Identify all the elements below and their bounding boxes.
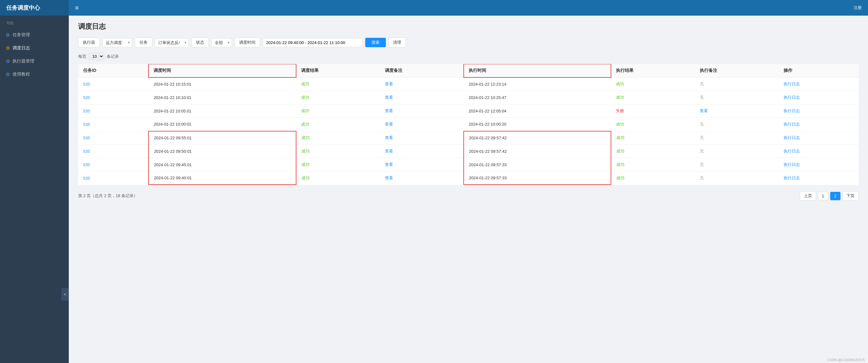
task-id-link[interactable]: 535 [83,95,90,100]
task-id-link[interactable]: 535 [83,122,90,127]
cell-action: 执行日志 [779,158,859,171]
cell-exec-result: 失败 [611,104,695,118]
task-id-link[interactable]: 535 [83,149,90,154]
schedule-note-link[interactable]: 查看 [385,108,393,113]
cell-exec-result: 成功 [611,131,695,145]
task-id-link[interactable]: 535 [83,109,90,113]
table-row: 535 2024-01-22 09:45:01 成功 查看 2024-01-22… [78,158,859,171]
schedule-note-link[interactable]: 查看 [385,122,393,127]
exec-note-val: 无 [700,95,704,100]
page-2-button[interactable]: 2 [830,192,840,200]
dot-icon [6,73,9,76]
sidebar-item-label: 任务管理 [12,32,30,38]
schedule-note-link[interactable]: 查看 [385,175,393,180]
cell-schedule-note: 查看 [380,131,464,145]
cell-schedule-note: 查看 [380,77,464,91]
cell-exec-result: 成功 [611,91,695,104]
cell-schedule-time: 2024-01-22 09:45:01 [149,158,296,171]
sidebar-item-label: 执行器管理 [12,58,34,64]
filter-bar: 执行器 运力调度: 任务 订单状态反/ 状态 全部 调度时间 搜索 [78,37,859,47]
cell-exec-note: 无 [695,118,779,131]
cell-exec-note: 无 [695,171,779,185]
cell-schedule-time: 2024-01-22 09:55:01 [149,131,296,145]
cell-schedule-result: 成功 [296,145,380,158]
exec-note-val: 无 [700,162,704,167]
cell-exec-time: 2024-01-22 10:00:20 [464,118,611,131]
sidebar-item-executor-mgmt[interactable]: 执行器管理 [0,55,69,68]
cell-action: 执行日志 [779,77,859,91]
per-page-select[interactable]: 10 [89,53,104,60]
sidebar-item-label: 调度日志 [12,45,30,51]
table-row: 535 2024-01-22 10:05:01 成功 查看 2024-01-22… [78,104,859,118]
sidebar-collapse-button[interactable]: < [61,288,69,300]
action-link[interactable]: 执行日志 [783,122,800,127]
cell-task-id: 535 [78,145,149,158]
cell-schedule-time: 2024-01-22 10:05:01 [149,104,296,118]
schedule-note-link[interactable]: 查看 [385,149,393,154]
cell-schedule-result: 成功 [296,158,380,171]
sidebar-item-task-mgmt[interactable]: 任务管理 [0,28,69,41]
cell-task-id: 535 [78,171,149,185]
order-status-select[interactable]: 订单状态反/ [155,38,189,47]
cell-exec-result: 成功 [611,171,695,185]
search-button[interactable]: 搜索 [365,38,386,47]
sidebar-item-usage-guide[interactable]: 使用教程 [0,68,69,81]
next-page-button[interactable]: 下页 [842,191,859,201]
cell-schedule-time: 2024-01-22 10:15:01 [149,77,296,91]
exec-note-val: 无 [700,122,704,127]
cell-action: 执行日志 [779,171,859,185]
table-row: 535 2024-01-22 10:00:01 成功 查看 2024-01-22… [78,118,859,131]
records-info: 每页 10 条记录 [78,53,859,60]
clear-button[interactable]: 清理 [389,37,406,47]
time-range-input[interactable] [262,38,363,47]
sidebar-item-schedule-log[interactable]: 调度日志 [0,41,69,55]
action-link[interactable]: 执行日志 [783,95,800,100]
schedule-note-link[interactable]: 查看 [385,135,393,140]
cell-exec-result: 成功 [611,145,695,158]
cell-exec-note: 无 [695,131,779,145]
exec-note-val[interactable]: 查看 [700,108,708,113]
th-action: 操作 [779,64,859,77]
action-link[interactable]: 执行日志 [783,135,800,140]
cell-exec-time: 2024-01-22 12:05:04 [464,104,611,118]
dot-icon [6,33,9,37]
task-id-link[interactable]: 535 [83,82,90,87]
action-link[interactable]: 执行日志 [783,162,800,167]
task-id-link[interactable]: 535 [83,176,90,180]
schedule-note-link[interactable]: 查看 [385,95,393,100]
pagination: 上页 1 2 下页 [800,191,859,201]
cell-exec-time: 2024-01-22 09:57:33 [464,158,611,171]
cell-exec-time: 2024-01-22 12:23:14 [464,77,611,91]
cell-schedule-time: 2024-01-22 09:50:01 [149,145,296,158]
cell-schedule-result: 成功 [296,171,380,185]
exec-note-val: 无 [700,81,704,86]
schedule-note-link[interactable]: 查看 [385,162,393,167]
th-task-id: 任务ID [78,64,149,77]
page-1-button[interactable]: 1 [818,192,828,200]
header-right: ≡ 注册 [69,4,868,11]
task-id-link[interactable]: 535 [83,136,90,140]
task-id-link[interactable]: 535 [83,162,90,167]
hamburger-icon[interactable]: ≡ [75,4,79,11]
action-link[interactable]: 执行日志 [783,81,800,86]
action-link[interactable]: 执行日志 [783,175,800,180]
status-select-wrapper: 全部 [211,38,232,47]
table-header-row: 任务ID 调度时间 调度结果 调度备注 执行时间 执行结果 执行备注 操作 [78,64,859,77]
table-row: 535 2024-01-22 10:15:01 成功 查看 2024-01-22… [78,77,859,91]
cell-schedule-result: 成功 [296,118,380,131]
cell-schedule-time: 2024-01-22 10:00:01 [149,118,296,131]
action-link[interactable]: 执行日志 [783,108,800,113]
status-select[interactable]: 全部 [211,38,232,47]
cell-exec-result: 成功 [611,118,695,131]
operation-select[interactable]: 运力调度: [102,38,132,47]
executor-filter-btn[interactable]: 执行器 [78,37,100,47]
cell-exec-result: 成功 [611,77,695,91]
action-link[interactable]: 执行日志 [783,149,800,154]
prev-page-button[interactable]: 上页 [800,191,816,201]
schedule-note-link[interactable]: 查看 [385,81,393,86]
nav-label: 导航 [0,15,69,28]
th-schedule-result: 调度结果 [296,64,380,77]
bottom-area: 第 2 页（总共 2 页，18 条记录） 上页 1 2 下页 [78,191,859,207]
sidebar-item-label: 使用教程 [12,71,30,77]
task-filter-btn[interactable]: 任务 [135,37,152,47]
